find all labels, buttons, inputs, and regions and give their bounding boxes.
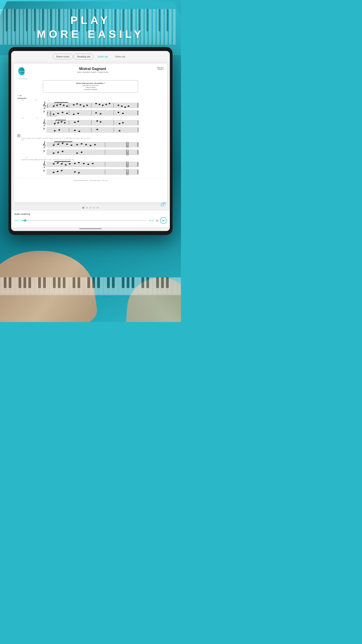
svg-point-164 [78, 130, 80, 132]
tablet-container: Sheet music Reading aid Audio aid Video … [8, 47, 173, 235]
svg-point-80 [56, 104, 58, 106]
play-button[interactable]: ▶ [160, 217, 167, 224]
svg-text:8: 8 [47, 113, 48, 115]
svg-point-116 [52, 113, 54, 115]
page-dot-3[interactable] [90, 207, 91, 209]
external-link-icon [161, 202, 165, 207]
tab-audio-aid[interactable]: Audio aid [94, 54, 111, 59]
tab-sheet-music[interactable]: Sheet music [53, 54, 73, 60]
chord-names-1: Bm Em A G [22, 100, 163, 101]
svg-point-161 [54, 130, 56, 132]
svg-point-83 [66, 105, 68, 107]
tempo: ♩ = 80 [17, 95, 164, 96]
svg-point-225 [83, 162, 85, 164]
home-indicator [11, 227, 170, 231]
notation-system-1: Bm Em A G 𝄞 8 [17, 100, 164, 118]
svg-point-92 [105, 104, 107, 105]
svg-point-175 [61, 142, 63, 144]
svg-point-255 [74, 171, 76, 173]
svg-point-81 [59, 104, 61, 105]
svg-point-219 [56, 162, 58, 164]
page-dot-1[interactable] [82, 207, 84, 209]
chord-names-2: Bm Em F# Bm [22, 118, 163, 119]
tablet-screen: Sheet music Reading aid Audio aid Video … [11, 51, 170, 231]
svg-point-87 [83, 105, 85, 107]
svg-point-166 [118, 130, 120, 132]
help-line1: Besoin d'aide pour jouer votre partition… [46, 82, 135, 84]
svg-text:𝄢: 𝄢 [43, 150, 45, 154]
sheet-copyright: Copyright 1985 MINO MUSIC - 29, Avenue M… [17, 178, 164, 181]
speed-label: 1x [156, 219, 158, 222]
sheet-title-block: Mistral Gagnant Auteur, compositeur, int… [28, 67, 157, 73]
sheet-header: noviscore Fait pour être joué Mistral Ga… [17, 67, 164, 78]
svg-point-120 [73, 113, 75, 115]
svg-point-207 [52, 152, 54, 154]
staff-system-1: 𝄞 8 8 [18, 101, 163, 116]
svg-text:8: 8 [47, 106, 48, 108]
svg-point-256 [78, 172, 80, 174]
home-bar [79, 228, 102, 229]
help-line4: La partition enregistrée [46, 88, 135, 90]
sheet-music-area: noviscore Fait pour être joué Mistral Ga… [14, 64, 167, 202]
notation-system-3: Bm 𝄞 [17, 139, 164, 157]
help-line3: L'aide à la lecture [46, 86, 135, 88]
svg-text:𝄢: 𝄢 [43, 110, 45, 114]
svg-point-162 [58, 129, 60, 131]
svg-point-208 [57, 152, 59, 153]
progress-thumb[interactable] [24, 219, 26, 222]
svg-point-79 [52, 105, 54, 107]
sheet-title: Mistral Gagnant [28, 67, 157, 71]
time-start: 0:00 [14, 219, 20, 222]
svg-point-179 [80, 143, 82, 145]
staff-system-2: 𝄞 [18, 119, 163, 132]
lyrics-2: Em A [21, 157, 164, 158]
time-end: 03:32 [148, 219, 154, 222]
audio-label: Audio rendering [14, 213, 167, 215]
svg-point-210 [76, 152, 78, 154]
lyrics-1: A m'as-seoir sur un banc cinq mi-nutes a… [21, 138, 164, 139]
svg-point-182 [94, 144, 96, 146]
svg-text:Jouer avec la pédale: Jouer avec la pédale [46, 116, 57, 116]
svg-text:𝄞: 𝄞 [42, 141, 46, 148]
page-indicators [11, 204, 170, 210]
help-box: Besoin d'aide pour jouer votre partition… [43, 80, 138, 92]
svg-point-95 [121, 105, 123, 107]
svg-point-123 [99, 113, 101, 115]
svg-text:𝄞: 𝄞 [42, 101, 46, 109]
page-dot-2[interactable] [86, 207, 88, 209]
svg-text:𝄞: 𝄞 [42, 161, 46, 168]
notation-system-2: Bm Em F# Bm 𝄞 [17, 118, 164, 134]
lyrics-2-text: te par-ler du bon temps qu'est mort ou q… [21, 159, 164, 160]
svg-point-223 [74, 162, 76, 164]
chord-names-3: Bm [22, 139, 163, 141]
staff-system-4: 𝄞 [18, 161, 163, 176]
svg-point-82 [62, 104, 64, 106]
svg-text:𝄞: 𝄞 [42, 119, 46, 126]
chord-names-4: Em A [25, 157, 164, 158]
hero-title: PLAY MORE EASILY [0, 14, 181, 41]
svg-point-145 [118, 123, 120, 124]
sheet-level: Niveau 2 [157, 68, 164, 70]
sheet-instrument: Piano solo [157, 67, 164, 68]
svg-point-209 [61, 150, 63, 152]
tab-reading-aid[interactable]: Reading aid [74, 54, 94, 60]
staff-system-3: 𝄞 [18, 141, 163, 156]
svg-point-90 [98, 104, 100, 105]
svg-point-146 [122, 122, 124, 124]
page-dot-4[interactable] [93, 207, 95, 209]
audio-player: Audio rendering 0:00 03:32 1x ▶ [11, 210, 170, 227]
external-link-button[interactable] [160, 202, 166, 208]
tab-bar: Sheet music Reading aid Audio aid Video … [11, 51, 170, 62]
svg-point-211 [80, 152, 82, 153]
section-intro: Introduction [17, 98, 164, 99]
svg-point-254 [60, 170, 62, 172]
svg-point-91 [102, 104, 104, 106]
section-a-header: A [17, 134, 164, 137]
page-dot-5[interactable] [97, 207, 98, 209]
progress-bar[interactable] [21, 220, 146, 221]
progress-row: 0:00 03:32 1x ▶ [14, 217, 167, 224]
logo-tagline: Fait pour être joué [17, 78, 28, 80]
tab-video-aid[interactable]: Video aid [112, 54, 128, 59]
svg-point-226 [87, 164, 89, 165]
svg-rect-257 [161, 204, 164, 206]
